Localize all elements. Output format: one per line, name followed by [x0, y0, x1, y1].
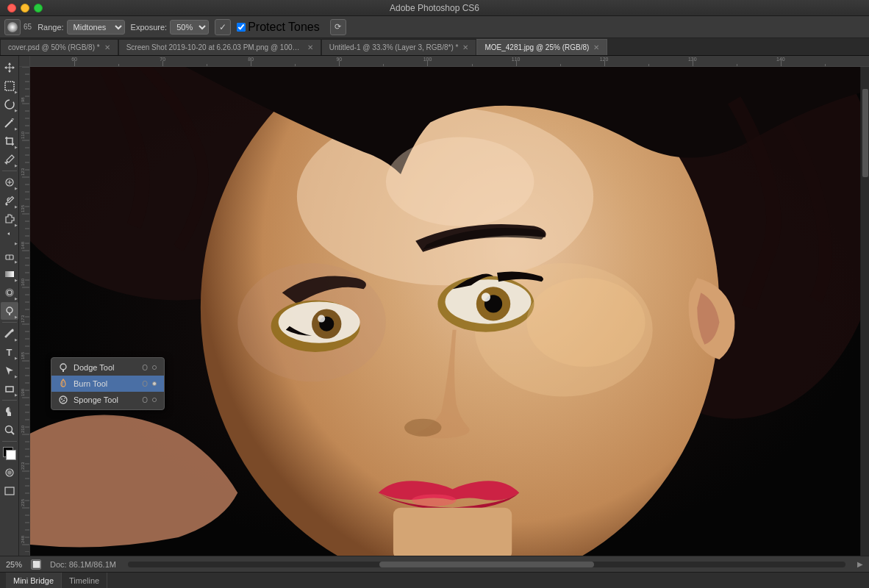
tab-untitled[interactable]: Untitled-1 @ 33.3% (Layer 3, RGB/8*) * ✕ — [321, 39, 477, 55]
brush-preset: 65 — [4, 19, 32, 35]
tool-magic-wand[interactable]: ▶ — [1, 114, 18, 132]
tool-arrow-icon: ▶ — [15, 163, 18, 168]
tool-clone[interactable]: ▶ — [1, 210, 18, 228]
brush-preview[interactable] — [4, 19, 21, 35]
tool-zoom[interactable] — [1, 421, 18, 439]
close-icon[interactable]: ✕ — [593, 43, 599, 51]
popup-item-dodge[interactable]: Dodge Tool O — [51, 359, 164, 376]
tool-quick-mask[interactable] — [1, 464, 18, 481]
tab-cover-psd[interactable]: cover.psd @ 50% (RGB/8) * ✕ — [0, 39, 118, 55]
tool-eyedropper[interactable]: ▶ — [1, 151, 18, 168]
close-icon[interactable]: ✕ — [104, 43, 110, 51]
exposure-select[interactable]: 50% — [170, 20, 209, 35]
tab-screenshot[interactable]: Screen Shot 2019-10-20 at 6.26.03 PM.png… — [118, 39, 321, 55]
tool-history[interactable]: ▶ — [1, 229, 18, 246]
svg-point-49 — [63, 400, 65, 401]
hscroll-thumb[interactable] — [379, 562, 595, 567]
svg-point-18 — [5, 426, 12, 433]
minimize-button[interactable] — [21, 4, 29, 12]
tool-healing[interactable]: ▶ — [1, 173, 18, 191]
tool-move[interactable] — [1, 59, 18, 76]
horizontal-scrollbar[interactable] — [128, 562, 845, 567]
vertical-ruler — [19, 67, 30, 556]
popup-burn-shortcut: O — [142, 380, 148, 388]
canvas-area[interactable]: Dodge Tool O Burn Tool O — [30, 67, 860, 556]
tool-path-select[interactable]: ▶ — [1, 362, 18, 379]
maximize-button[interactable] — [34, 4, 43, 12]
tool-arrow-icon: ▶ — [15, 145, 18, 149]
popup-item-sponge[interactable]: Sponge Tool O — [51, 392, 164, 408]
minibridge-tab-bridge[interactable]: Mini Bridge — [6, 573, 62, 589]
tool-type[interactable]: T ▶ — [1, 343, 18, 361]
close-icon[interactable]: ✕ — [307, 43, 313, 51]
tool-crop[interactable]: ▶ — [1, 132, 18, 150]
minibridge-tab-timeline[interactable]: Timeline — [62, 573, 107, 589]
tool-lasso[interactable]: ▶ — [1, 96, 18, 113]
svg-point-48 — [61, 398, 62, 400]
tool-arrow-icon: ▶ — [15, 392, 18, 397]
tool-arrow-icon: ▶ — [15, 126, 18, 131]
tool-screen-mode[interactable] — [1, 482, 18, 500]
popup-dot-icon — [152, 381, 157, 386]
canvas-and-ruler: Dodge Tool O Burn Tool O — [19, 67, 869, 556]
svg-rect-22 — [5, 487, 14, 495]
ruler-corner — [19, 56, 30, 67]
horizontal-ruler: 60708090100110120130140 — [30, 56, 869, 67]
close-icon[interactable]: ✕ — [462, 43, 468, 51]
tool-shape[interactable]: ▶ — [1, 380, 18, 398]
svg-point-8 — [5, 204, 7, 206]
tab-moe-jpg[interactable]: MOE_4281.jpg @ 25% (RGB/8) ✕ — [476, 39, 607, 55]
svg-point-34 — [318, 315, 325, 323]
tool-blur[interactable]: ▶ — [1, 284, 18, 301]
tool-arrow-icon: ▶ — [15, 90, 18, 94]
tool-arrow-icon: ▶ — [15, 241, 18, 245]
svg-line-19 — [11, 432, 14, 435]
tool-eraser[interactable]: ▶ — [1, 247, 18, 265]
tool-hand[interactable] — [1, 403, 18, 420]
background-color — [6, 450, 16, 460]
ruler-row: 60708090100110120130140 — [19, 56, 869, 67]
svg-point-45 — [60, 364, 66, 370]
doc-info-icon[interactable]: ⬜ — [31, 559, 41, 570]
brush-size-value: 65 — [24, 23, 32, 31]
vertical-scrollbar[interactable] — [860, 67, 869, 556]
tool-arrow-icon: ▶ — [15, 315, 18, 319]
close-button[interactable] — [7, 4, 16, 12]
tool-gradient[interactable]: ▶ — [1, 265, 18, 283]
tool-separator — [2, 322, 17, 323]
airbrush-button[interactable]: ✓ — [215, 19, 231, 35]
status-forward-arrow[interactable]: ▶ — [857, 560, 863, 568]
tab-label: cover.psd @ 50% (RGB/8) * — [8, 43, 100, 51]
popup-burn-label: Burn Tool — [74, 379, 137, 388]
zoom-level: 25% — [6, 560, 22, 569]
tabs-bar: cover.psd @ 50% (RGB/8) * ✕ Screen Shot … — [0, 38, 869, 56]
sponge-tool-icon — [57, 394, 69, 406]
tool-marquee[interactable]: ▶ — [1, 77, 18, 95]
tool-dodge[interactable]: ▶ — [1, 302, 18, 320]
popup-dodge-label: Dodge Tool — [74, 363, 137, 372]
popup-sponge-shortcut: O — [142, 396, 148, 404]
tool-pen[interactable]: ▶ — [1, 325, 18, 343]
vscroll-thumb[interactable] — [862, 89, 868, 177]
ruler-h-ticks: 60708090100110120130140 — [30, 56, 869, 67]
popup-item-burn[interactable]: Burn Tool O — [51, 376, 164, 392]
svg-rect-17 — [6, 387, 13, 392]
main-area: ▶ ▶ ▶ ▶ ▶ ▶ ▶ — [0, 56, 869, 556]
svg-point-50 — [62, 401, 63, 402]
vruler-canvas — [19, 67, 30, 552]
tab-label: Untitled-1 @ 33.3% (Layer 3, RGB/8*) * — [329, 43, 459, 51]
tool-brush[interactable]: ▶ — [1, 192, 18, 209]
svg-rect-42 — [393, 508, 512, 556]
svg-point-2 — [10, 120, 12, 122]
tool-separator — [2, 441, 17, 442]
protect-tones-checkbox[interactable] — [237, 23, 246, 32]
canvas-wrapper: 60708090100110120130140 — [19, 56, 869, 556]
svg-point-21 — [7, 470, 12, 475]
tool-arrow-icon: ▶ — [15, 374, 18, 379]
exposure-option: Exposure: 50% — [131, 20, 210, 35]
exposure-label: Exposure: — [131, 23, 168, 32]
foreground-background-colors[interactable] — [1, 445, 18, 462]
range-select[interactable]: Midtones Shadows Highlights — [67, 20, 125, 35]
canvas-rotation-button[interactable]: ⟳ — [330, 19, 346, 35]
tool-arrow-icon: ▶ — [15, 278, 18, 282]
